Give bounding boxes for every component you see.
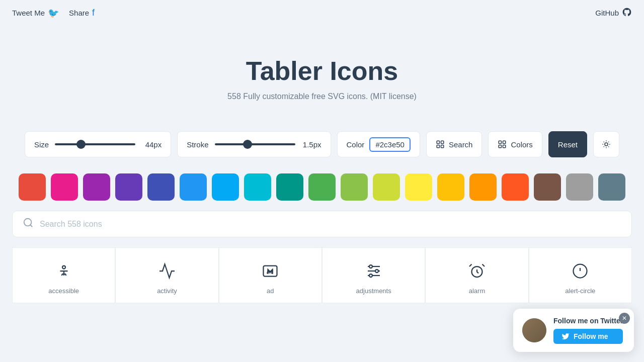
icon-label: activity [157, 287, 177, 295]
color-swatch[interactable] [180, 173, 207, 201]
header: Tweet Me 🐦 Share f GitHub [0, 0, 644, 26]
svg-rect-4 [499, 141, 502, 143]
color-swatch[interactable] [276, 173, 303, 201]
hero-subtitle: 558 Fully customizable free SVG icons. (… [10, 92, 634, 101]
color-swatch[interactable] [19, 173, 46, 201]
icon-label: alarm [469, 287, 486, 295]
search-btn-icon [436, 140, 445, 149]
twitter-icon: 🐦 [48, 8, 59, 19]
popup-close-button[interactable]: ✕ [619, 313, 630, 324]
stroke-slider[interactable] [215, 143, 295, 145]
reset-btn-label: Reset [558, 140, 578, 149]
stroke-control: Stroke 1.5px [177, 131, 331, 157]
icon-grid: accessible activity Ad ad adjustments [12, 247, 632, 303]
github-link[interactable]: GitHub [595, 7, 632, 19]
svg-text:Ad: Ad [267, 268, 274, 275]
search-icon [23, 217, 34, 231]
size-slider[interactable] [55, 143, 135, 145]
color-swatch[interactable] [51, 173, 78, 201]
color-swatch[interactable] [469, 173, 497, 201]
color-swatch[interactable] [598, 173, 625, 201]
accessible-icon [55, 262, 73, 280]
svg-rect-7 [499, 145, 502, 148]
follow-button[interactable]: Follow me [553, 329, 623, 344]
activity-icon [158, 262, 176, 280]
svg-rect-6 [503, 145, 506, 148]
icon-card[interactable]: accessible [12, 247, 115, 303]
color-swatch[interactable] [147, 173, 175, 201]
theme-toggle-button[interactable] [593, 131, 619, 157]
svg-line-20 [469, 264, 472, 267]
svg-point-8 [605, 143, 608, 146]
colors-btn-label: Colors [511, 140, 532, 149]
ad-icon: Ad [261, 262, 279, 280]
icon-label: accessible [48, 287, 79, 295]
svg-point-9 [24, 219, 32, 226]
svg-point-18 [369, 274, 372, 277]
colors-btn-icon [498, 140, 507, 149]
search-btn-label: Search [449, 140, 473, 149]
tweet-me-link[interactable]: Tweet Me 🐦 [12, 8, 59, 19]
icon-card[interactable]: adjustments [322, 247, 425, 303]
github-icon [622, 7, 632, 19]
svg-line-21 [482, 264, 485, 267]
follow-btn-label: Follow me [574, 332, 608, 340]
stroke-value: 1.5px [301, 140, 321, 149]
adjustments-icon [365, 262, 383, 280]
hero-title: Tabler Icons [10, 56, 634, 86]
color-swatch[interactable] [83, 173, 110, 201]
color-swatch[interactable] [244, 173, 271, 201]
share-label: Share [69, 9, 89, 17]
hero-section: Tabler Icons 558 Fully customizable free… [0, 26, 644, 121]
icon-card[interactable]: activity [115, 247, 218, 303]
header-left: Tweet Me 🐦 Share f [12, 8, 95, 19]
facebook-icon: f [92, 8, 95, 18]
popup-title: Follow me on Twitter [553, 317, 623, 325]
icon-label: alert-circle [565, 287, 595, 295]
svg-point-10 [62, 266, 65, 269]
svg-rect-1 [441, 141, 443, 143]
svg-rect-5 [503, 141, 506, 143]
color-input-wrapper[interactable]: #2c3e50 [369, 137, 411, 152]
popup-content: Follow me on Twitter Follow me [553, 317, 623, 344]
icon-card[interactable]: alarm [425, 247, 528, 303]
icon-card[interactable]: Ad ad [219, 247, 322, 303]
color-swatch[interactable] [405, 173, 432, 201]
size-control: Size 44px [25, 131, 171, 157]
svg-point-17 [375, 269, 378, 273]
size-value: 44px [141, 140, 162, 149]
tweet-me-label: Tweet Me [12, 9, 45, 17]
color-label: Color [347, 140, 365, 149]
size-label: Size [34, 140, 49, 149]
color-swatch[interactable] [115, 173, 142, 201]
color-hex-value: #2c3e50 [375, 140, 405, 149]
follow-twitter-icon [561, 332, 570, 340]
moon-icon [602, 140, 611, 149]
search-button[interactable]: Search [426, 131, 482, 157]
avatar-image [522, 318, 546, 342]
popup-avatar [522, 318, 546, 342]
color-swatch[interactable] [341, 173, 368, 201]
svg-point-16 [369, 265, 372, 268]
alert-circle-icon [571, 262, 589, 280]
search-input[interactable] [40, 220, 621, 229]
color-swatch[interactable] [308, 173, 336, 201]
share-link[interactable]: Share f [69, 8, 95, 18]
colors-button[interactable]: Colors [488, 131, 542, 157]
color-swatch[interactable] [502, 173, 529, 201]
color-swatch[interactable] [212, 173, 239, 201]
icon-card[interactable]: alert-circle [529, 247, 632, 303]
stroke-label: Stroke [187, 140, 208, 149]
svg-rect-3 [437, 145, 439, 148]
reset-button[interactable]: Reset [548, 131, 587, 157]
search-container [12, 211, 632, 237]
color-swatches [0, 167, 644, 211]
color-control: Color #2c3e50 [337, 131, 420, 157]
color-swatch[interactable] [437, 173, 464, 201]
twitter-follow-popup: Follow me on Twitter Follow me ✕ [513, 309, 634, 352]
color-swatch[interactable] [534, 173, 561, 201]
color-swatch[interactable] [373, 173, 400, 201]
github-label: GitHub [595, 9, 619, 17]
color-swatch[interactable] [566, 173, 593, 201]
icon-label: adjustments [356, 287, 391, 295]
